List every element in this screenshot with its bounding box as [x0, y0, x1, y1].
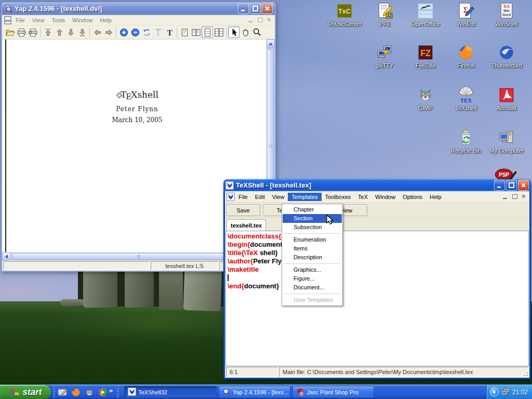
desktop-icon-filezilla[interactable]: FZFileZilla	[405, 44, 446, 69]
print-icon[interactable]	[16, 26, 27, 38]
templates-menu-item-document[interactable]: Document...	[283, 283, 342, 292]
yap-mdi-minimize-icon[interactable]	[247, 17, 255, 23]
templates-menu-item-section[interactable]: Section	[283, 214, 342, 223]
first-page-icon[interactable]	[42, 26, 54, 38]
texshell-window: TeXShell - [texshell.tex] FileEditViewTe…	[223, 179, 531, 379]
texshell-menu-toolboxes[interactable]: Toolboxes	[322, 193, 355, 201]
page-up-icon[interactable]	[54, 26, 65, 38]
task-button-psp[interactable]: 8Jasc Paint Shop Pro	[292, 386, 374, 398]
yap-maximize-button[interactable]	[250, 3, 261, 14]
desktop-icon-firefox[interactable]: Firefox	[446, 44, 486, 69]
view-continuous-icon[interactable]	[202, 26, 213, 38]
texshell-menu-file[interactable]: File	[235, 193, 251, 201]
resize-grip[interactable]	[522, 370, 529, 377]
back-icon[interactable]	[91, 26, 103, 38]
forward-icon[interactable]	[103, 26, 114, 38]
texshell-status-mainfile: Main file: C:\Documents and Settings\Pet…	[279, 367, 528, 377]
templates-menu-item-figure[interactable]: Figure...	[283, 274, 342, 283]
texshell-menu-edit[interactable]: Edit	[251, 193, 269, 201]
save-button[interactable]: Save	[226, 204, 260, 216]
scroll-left-button[interactable]	[2, 252, 11, 261]
select-tool-icon[interactable]	[228, 26, 240, 38]
network-tray-icon[interactable]	[501, 387, 510, 397]
yap-menu-view[interactable]: View	[29, 16, 48, 24]
texshell-close-button[interactable]	[518, 180, 529, 191]
texniccenter-icon: TxC	[336, 2, 353, 20]
desktop-icon-recyclebin[interactable]: Recycle Bin	[446, 129, 486, 154]
desktop-icon-putty[interactable]: puTTY	[365, 44, 405, 69]
yap-mdi-restore-icon[interactable]	[257, 17, 264, 23]
menu-separator	[284, 233, 341, 234]
media-player-icon[interactable]	[98, 387, 108, 397]
texshell-minimize-button[interactable]	[494, 180, 505, 191]
texshell-menu-templates[interactable]: Templates	[288, 193, 321, 201]
desktop-icon-pfe[interactable]: 32PFE	[365, 2, 405, 27]
texshell-mdi-restore-icon[interactable]	[511, 193, 518, 200]
templates-menu-item-subsection[interactable]: Subsection	[283, 223, 342, 232]
desktop-icon-thunderbird[interactable]: Thunderbird	[486, 44, 527, 69]
yap-minimize-button[interactable]	[238, 3, 249, 14]
show-desktop-icon[interactable]	[57, 387, 68, 397]
gimp-ql-icon[interactable]	[84, 387, 95, 397]
quick-launch-overflow-chevron[interactable]: »	[109, 387, 113, 394]
yap-menu-help[interactable]: Help	[96, 16, 115, 24]
scroll-up-button[interactable]	[267, 39, 275, 48]
tray-collapse-button[interactable]	[490, 388, 499, 396]
texshell-app-icon	[225, 181, 234, 190]
print-range-icon[interactable]	[27, 26, 38, 38]
zoom-in-icon[interactable]	[118, 26, 129, 38]
firefox-ql-icon[interactable]	[71, 387, 81, 397]
texshell-menu-tex[interactable]: TeX	[354, 193, 371, 201]
editor-line: \documentclass{article}	[228, 232, 528, 241]
text-mode-icon[interactable]: T	[164, 26, 175, 38]
quick-launch-bar	[57, 387, 108, 397]
templates-menu-item-graphics[interactable]: Graphics...	[283, 265, 342, 274]
page-down-icon[interactable]	[65, 26, 76, 38]
yap-menu-file[interactable]: File	[12, 16, 29, 24]
zoom-out-icon[interactable]	[129, 26, 141, 38]
templates-menu-item-chapter[interactable]: Chapter	[283, 205, 342, 214]
yap-menu-window[interactable]: Window	[69, 16, 96, 24]
desktop-icon-openoffice[interactable]: OpenOffice	[405, 2, 446, 27]
desktop-icon-acrobat[interactable]: Acrobat	[486, 86, 527, 111]
view-page-icon[interactable]	[179, 26, 190, 38]
texshell-menu-help[interactable]: Help	[426, 193, 445, 201]
desktop-icon-winshell[interactable]: TeXWinShellWinShell	[486, 2, 527, 27]
desktop-icon-label: Firefox	[446, 62, 486, 69]
texshell-titlebar[interactable]: TeXShell - [texshell.tex]	[223, 179, 531, 191]
desktop-icon-label: TeXshell	[446, 105, 486, 111]
magnifier-tool-icon[interactable]	[251, 26, 262, 38]
yap-close-button[interactable]	[262, 3, 273, 14]
yap-titlebar[interactable]: Yap 2.4.1596 - [texshell.dvi]	[2, 2, 275, 15]
task-buttons: TeXShell32Yap 2.4.1596 - [texs...8Jasc P…	[124, 386, 374, 398]
task-button-texshell[interactable]: TeXShell32	[124, 386, 217, 398]
task-button-yap[interactable]: Yap 2.4.1596 - [texs...	[219, 386, 290, 398]
last-page-icon[interactable]	[76, 26, 88, 38]
desktop-icon-gimp[interactable]: GIMP	[405, 86, 446, 111]
open-file-icon[interactable]	[4, 26, 16, 38]
templates-menu-item-items[interactable]: Items	[283, 244, 342, 253]
view-facing-icon[interactable]	[190, 26, 202, 38]
ruler-icon[interactable]	[152, 26, 164, 38]
desktop-icon-label: WinShell	[486, 21, 527, 27]
hand-tool-icon[interactable]	[240, 26, 251, 38]
redraw-icon[interactable]	[141, 26, 152, 38]
view-continuous-facing-icon[interactable]	[213, 26, 224, 38]
templates-menu-item-description[interactable]: Description	[283, 253, 342, 262]
texshell-mdi-minimize-icon[interactable]	[502, 193, 509, 200]
desktop-icon-texniccenter[interactable]: TxCTeXnicCenter	[324, 2, 365, 27]
desktop-icon-winedt[interactable]: ΣWinEdt	[446, 2, 486, 27]
yap-mdi-close-icon[interactable]	[266, 17, 273, 23]
start-button[interactable]: start	[0, 385, 51, 399]
texshell-menu-window[interactable]: Window	[371, 193, 399, 201]
desktop-icon-mycomputer[interactable]: My Computer	[486, 129, 527, 154]
tab-texshell-tex[interactable]: texshell.tex	[227, 219, 266, 231]
texshell-maximize-button[interactable]	[506, 180, 517, 191]
desktop-icon-texshell-desktop[interactable]: TEXTeXshell	[446, 86, 486, 111]
yap-menu-tools[interactable]: Tools	[48, 16, 69, 24]
texshell-menu-options[interactable]: Options	[399, 193, 426, 201]
texshell-editor[interactable]: \documentclass{article}\begin{document}\…	[225, 231, 529, 366]
templates-menu-item-enumeration[interactable]: Enumeration	[283, 235, 342, 244]
texshell-menu-view[interactable]: View	[269, 193, 288, 201]
texshell-mdi-close-icon[interactable]	[521, 193, 528, 200]
